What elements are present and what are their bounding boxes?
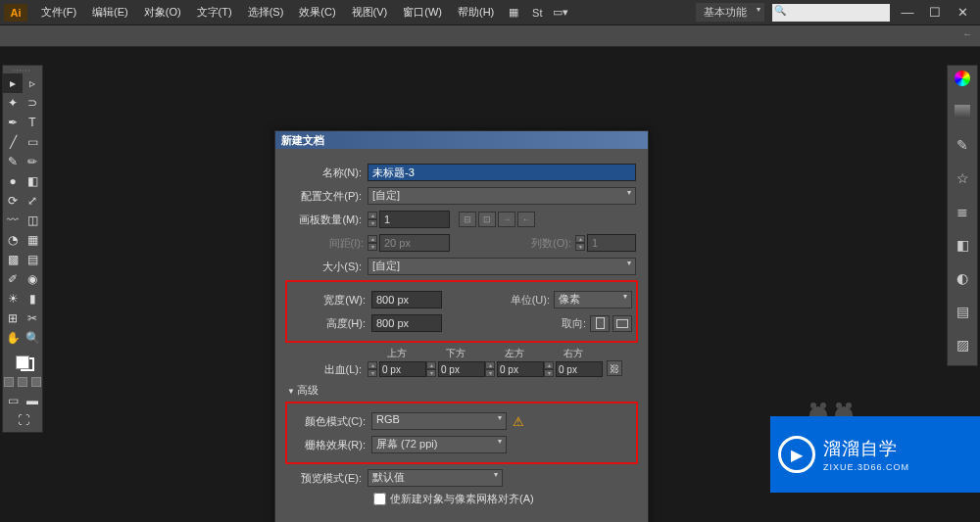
spacing-input bbox=[379, 234, 450, 252]
draw-mode-b[interactable] bbox=[18, 377, 27, 387]
profile-dropdown[interactable]: [自定] bbox=[368, 187, 636, 205]
arrange-icon[interactable]: ▭▾ bbox=[551, 4, 570, 22]
bleed-left-step[interactable]: ▴▾ bbox=[485, 361, 495, 377]
bleed-right-input[interactable] bbox=[556, 361, 603, 377]
bleed-link-icon[interactable]: ⛓ bbox=[607, 360, 622, 376]
arrange-ltr-btn[interactable]: → bbox=[498, 212, 515, 227]
arrange-rtl-btn[interactable]: ← bbox=[517, 212, 535, 227]
tool-line[interactable]: ╱ bbox=[3, 132, 23, 152]
tool-wand[interactable]: ✦ bbox=[3, 93, 23, 113]
screen-mode-toggle[interactable]: ⛶ bbox=[3, 410, 44, 430]
tool-type[interactable]: T bbox=[23, 113, 42, 132]
tool-blend[interactable]: ◉ bbox=[23, 269, 42, 289]
tool-lasso[interactable]: ⊃ bbox=[23, 93, 42, 113]
palette-layers[interactable]: ▤ bbox=[948, 299, 977, 324]
draw-mode-c[interactable] bbox=[31, 377, 41, 387]
artboards-stepper[interactable]: ▴▾ bbox=[368, 212, 377, 227]
columns-label: 列数(O): bbox=[520, 236, 575, 251]
menu-type[interactable]: 文字(T) bbox=[189, 5, 240, 20]
menu-view[interactable]: 视图(V) bbox=[344, 5, 396, 20]
bleed-bot-step[interactable]: ▴▾ bbox=[426, 361, 436, 377]
tool-scale[interactable]: ⤢ bbox=[23, 191, 42, 211]
palette-appearance[interactable]: ◐ bbox=[948, 265, 977, 291]
colormode-label: 颜色模式(C): bbox=[291, 414, 371, 429]
tool-rotate[interactable]: ⟳ bbox=[3, 191, 23, 211]
palette-transparency[interactable]: ▨ bbox=[948, 332, 977, 357]
tool-brush[interactable]: ✎ bbox=[3, 152, 23, 171]
tool-hand[interactable]: ✋ bbox=[3, 328, 23, 348]
fill-swatch[interactable] bbox=[16, 356, 29, 369]
raster-dropdown[interactable]: 屏幕 (72 ppi) bbox=[371, 436, 507, 453]
height-input[interactable] bbox=[371, 314, 442, 332]
tool-symbol[interactable]: ☀ bbox=[3, 289, 23, 308]
palette-swatches[interactable] bbox=[948, 99, 977, 124]
colormode-highlight: 颜色模式(C): RGB ⚠ 栅格效果(R): 屏幕 (72 ppi) bbox=[285, 402, 638, 464]
bleed-right-step[interactable]: ▴▾ bbox=[544, 361, 554, 377]
close-button[interactable]: ✕ bbox=[951, 4, 974, 22]
tool-width[interactable]: 〰 bbox=[3, 211, 23, 230]
tool-zoom[interactable]: 🔍 bbox=[23, 328, 42, 348]
units-dropdown[interactable]: 像素 bbox=[554, 291, 632, 308]
menu-object[interactable]: 对象(O) bbox=[136, 5, 189, 20]
bleed-top-step[interactable]: ▴▾ bbox=[368, 361, 377, 377]
bleed-left-input[interactable] bbox=[497, 361, 544, 377]
grid-row-btn[interactable]: ⊟ bbox=[459, 212, 476, 227]
draw-mode-a[interactable] bbox=[4, 377, 14, 387]
bleed-bottom-input[interactable] bbox=[438, 361, 485, 377]
tool-perspective[interactable]: ▦ bbox=[23, 230, 42, 250]
screen-mode-a[interactable]: ▭ bbox=[3, 391, 23, 410]
workspace-switcher[interactable]: 基本功能 bbox=[696, 3, 764, 22]
palette-graphic-styles[interactable]: ◧ bbox=[948, 232, 977, 258]
tool-direct-select[interactable]: ▹ bbox=[23, 73, 42, 93]
tool-selection[interactable]: ▸ bbox=[3, 73, 23, 93]
preview-dropdown[interactable]: 默认值 bbox=[368, 469, 503, 487]
tool-free-transform[interactable]: ◫ bbox=[23, 211, 42, 230]
menu-edit[interactable]: 编辑(E) bbox=[84, 5, 136, 20]
tool-graph[interactable]: ▮ bbox=[23, 289, 42, 308]
menu-help[interactable]: 帮助(H) bbox=[450, 5, 502, 20]
palette-strip: ✎ ☆ ≣ ◧ ◐ ▤ ▨ bbox=[947, 65, 978, 366]
palette-symbols[interactable]: ☆ bbox=[948, 166, 977, 191]
palette-color[interactable] bbox=[948, 66, 977, 91]
bridge-icon[interactable]: ▦ bbox=[504, 4, 523, 22]
tool-pencil[interactable]: ✏ bbox=[23, 152, 42, 171]
bleed-top-input[interactable] bbox=[379, 361, 426, 377]
name-input[interactable] bbox=[368, 164, 636, 181]
maximize-button[interactable]: ☐ bbox=[923, 4, 947, 22]
orient-landscape[interactable] bbox=[612, 315, 632, 332]
width-input[interactable] bbox=[371, 291, 442, 308]
menu-effect[interactable]: 效果(C) bbox=[291, 5, 343, 20]
tool-rect[interactable]: ▭ bbox=[23, 132, 42, 152]
minimize-button[interactable]: — bbox=[896, 4, 919, 22]
search-input[interactable] bbox=[772, 4, 890, 22]
menu-file[interactable]: 文件(F) bbox=[33, 5, 84, 20]
tool-artboard[interactable]: ⊞ bbox=[3, 308, 23, 328]
align-pixel-checkbox[interactable] bbox=[373, 493, 386, 505]
tool-eyedrop[interactable]: ✐ bbox=[3, 269, 23, 289]
colormode-dropdown[interactable]: RGB bbox=[371, 412, 507, 430]
palette-brushes[interactable]: ✎ bbox=[948, 132, 977, 158]
menu-window[interactable]: 窗口(W) bbox=[395, 5, 450, 20]
tool-mesh[interactable]: ▩ bbox=[3, 250, 23, 269]
tool-pen[interactable]: ✒ bbox=[3, 113, 23, 132]
toolbox: ▸▹ ✦⊃ ✒T ╱▭ ✎✏ ●◧ ⟳⤢ 〰◫ ◔▦ ▩▤ ✐◉ ☀▮ ⊞✂ ✋… bbox=[2, 65, 43, 433]
units-label: 单位(U): bbox=[499, 293, 554, 308]
play-icon: ▶ bbox=[778, 436, 815, 473]
screen-mode-b[interactable]: ▬ bbox=[23, 391, 42, 410]
tool-eraser[interactable]: ◧ bbox=[23, 171, 42, 191]
watermark: ▶ 溜溜自学 ZIXUE.3D66.COM bbox=[770, 416, 980, 493]
tool-shape-builder[interactable]: ◔ bbox=[3, 230, 23, 250]
artboards-input[interactable] bbox=[379, 211, 450, 228]
stock-icon[interactable]: St bbox=[527, 4, 547, 22]
tool-slice[interactable]: ✂ bbox=[23, 308, 42, 328]
size-dropdown[interactable]: [自定] bbox=[368, 258, 636, 275]
columns-input bbox=[587, 234, 636, 252]
tool-blob[interactable]: ● bbox=[3, 171, 23, 191]
tool-gradient[interactable]: ▤ bbox=[23, 250, 42, 269]
grid-col-btn[interactable]: ⊡ bbox=[478, 212, 496, 227]
color-swatches[interactable] bbox=[3, 348, 42, 377]
orient-portrait[interactable] bbox=[590, 315, 610, 332]
menu-select[interactable]: 选择(S) bbox=[240, 5, 292, 20]
advanced-toggle[interactable]: 高级 bbox=[287, 383, 636, 398]
palette-stroke[interactable]: ≣ bbox=[948, 199, 977, 224]
